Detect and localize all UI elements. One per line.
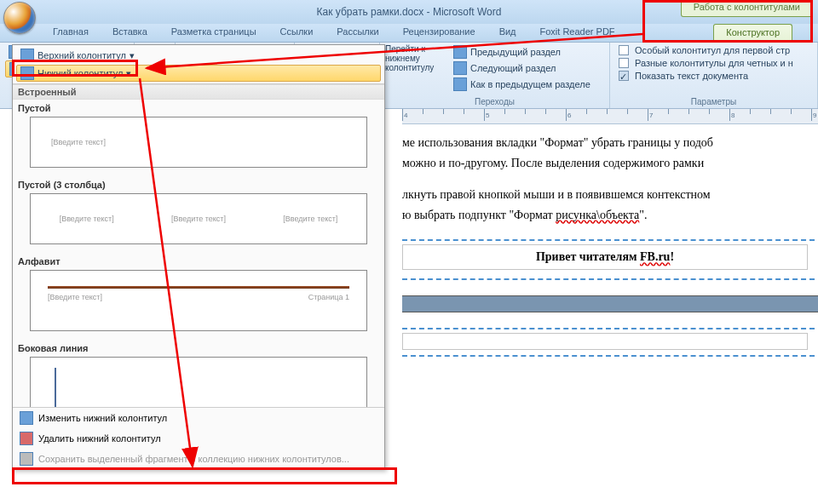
diff-odd-even-label: Разные колонтитулы для четных и н	[635, 58, 793, 68]
tab-foxit[interactable]: Foxit Reader PDF	[528, 24, 627, 42]
diff-first-label: Особый колонтитул для первой стр	[635, 45, 790, 55]
tab-mailings[interactable]: Рассылки	[325, 24, 390, 42]
tab-layout[interactable]: Разметка страницы	[159, 24, 268, 42]
remove-icon	[20, 432, 33, 445]
checkbox-icon: ✓	[619, 71, 629, 81]
save-icon	[20, 452, 33, 466]
header-icon	[20, 49, 34, 62]
prev-section-label: Предыдущий раздел	[470, 47, 561, 57]
body-text: можно и по-другому. После выделения соде…	[402, 155, 815, 172]
office-button[interactable]	[3, 2, 36, 34]
transitions-group-label: Переходы	[385, 95, 604, 108]
footer-button-open[interactable]: Нижний колонтитул ▾	[16, 65, 381, 82]
edit-footer-action[interactable]: Изменить нижний колонтитул	[13, 408, 384, 428]
checkbox-icon	[619, 45, 629, 55]
gallery-item-alphabet[interactable]: [Введите текст] Страница 1	[30, 270, 367, 331]
next-section-icon	[453, 61, 467, 75]
gallery-item-empty-title: Пустой	[13, 100, 384, 115]
header-separator	[402, 355, 815, 357]
tab-view[interactable]: Вид	[487, 24, 528, 42]
params-group-label: Параметры	[615, 95, 812, 108]
placeholder-text: [Введите текст]	[60, 215, 114, 223]
footer-separator	[402, 278, 815, 280]
same-as-prev-label: Как в предыдущем разделе	[470, 79, 590, 89]
footer-gallery-dropdown: Верхний колонтитул ▾ Нижний колонтитул ▾…	[12, 44, 385, 470]
header-content[interactable]	[402, 333, 808, 350]
edit-icon	[20, 411, 33, 425]
save-selection-label: Сохранить выделенный фрагмент в коллекци…	[38, 454, 349, 464]
placeholder-text: [Введите текст]	[171, 215, 226, 223]
link-icon	[453, 77, 467, 91]
horizontal-ruler[interactable]: 45678910111213	[402, 109, 818, 124]
diff-first-checkbox[interactable]: Особый колонтитул для первой стр	[615, 44, 797, 56]
body-text: лкнуть правой кнопкой мыши и в появившем…	[402, 186, 815, 203]
show-doc-checkbox[interactable]: ✓Показать текст документа	[615, 70, 797, 82]
remove-footer-label: Удалить нижний колонтитул	[38, 433, 161, 444]
edit-footer-label: Изменить нижний колонтитул	[38, 413, 167, 423]
spellcheck-underline: рисунка\объекта	[556, 209, 639, 221]
gallery-item-empty3[interactable]: [Введите текст] [Введите текст] [Введите…	[30, 193, 367, 244]
document-area: 45678910111213 ме использования вкладки …	[402, 109, 818, 504]
body-text: ме использования вкладки "Формат" убрать…	[402, 135, 815, 152]
tab-review[interactable]: Рецензирование	[391, 24, 487, 42]
prev-section-button[interactable]: Предыдущий раздел	[450, 44, 594, 60]
header-separator	[402, 328, 815, 329]
spellcheck-underline: FB.ru	[640, 250, 670, 263]
gallery-item-empty[interactable]: [Введите текст]	[30, 117, 367, 168]
body-text: ю выбрать подпункт "Формат рисунка\объек…	[402, 207, 815, 224]
prev-section-icon	[453, 45, 467, 59]
next-section-button[interactable]: Следующий раздел	[450, 60, 594, 76]
diff-odd-even-checkbox[interactable]: Разные колонтитулы для четных и н	[615, 57, 797, 69]
page-label: Страница 1	[308, 293, 349, 301]
same-as-prev-button[interactable]: Как в предыдущем разделе	[450, 77, 594, 92]
footer-separator	[402, 239, 815, 241]
decor-line	[55, 368, 56, 407]
gallery-item-sideline[interactable]	[30, 357, 367, 407]
decor-line	[48, 286, 349, 289]
placeholder-text: [Введите текст]	[48, 293, 102, 301]
ribbon-tabs: Главная Вставка Разметка страницы Ссылки…	[0, 24, 818, 43]
placeholder-text: [Введите текст]	[283, 215, 337, 223]
show-doc-label: Показать текст документа	[635, 71, 748, 81]
document-body[interactable]: ме использования вкладки "Формат" убрать…	[402, 124, 818, 367]
tab-insert[interactable]: Вставка	[101, 24, 159, 42]
gallery-item-alphabet-title: Алфавит	[13, 253, 384, 268]
annotation-highlight	[12, 467, 397, 484]
contextual-tab-label: Работа с колонтитулами	[681, 0, 813, 17]
gallery-item-empty3-title: Пустой (3 столбца)	[13, 176, 384, 192]
save-selection-action: Сохранить выделенный фрагмент в коллекци…	[13, 449, 384, 469]
gallery-scroll[interactable]: Встроенный Пустой [Введите текст] Пустой…	[13, 83, 384, 407]
title-bar: Как убрать рамки.docx - Microsoft Word Р…	[0, 0, 818, 24]
header-button-dup[interactable]: Верхний колонтитул ▾	[16, 47, 381, 64]
gallery-item-sideline-title: Боковая линия	[13, 340, 384, 355]
remove-footer-action[interactable]: Удалить нижний колонтитул	[13, 428, 384, 449]
next-section-label: Следующий раздел	[470, 63, 556, 73]
tab-design[interactable]: Конструктор	[713, 24, 792, 42]
footer-icon	[20, 66, 34, 80]
goto-footer-label: Перейти к нижнему колонтитулу	[385, 44, 446, 72]
builtin-heading: Встроенный	[13, 84, 384, 100]
checkbox-icon	[619, 58, 629, 68]
window-title: Как убрать рамки.docx - Microsoft Word	[317, 6, 502, 18]
page-break-gap	[402, 295, 818, 312]
tab-references[interactable]: Ссылки	[268, 24, 325, 42]
placeholder-text: [Введите текст]	[51, 138, 106, 146]
tab-home[interactable]: Главная	[41, 24, 101, 42]
footer-content[interactable]: Привет читателям FB.ru!	[402, 244, 808, 270]
